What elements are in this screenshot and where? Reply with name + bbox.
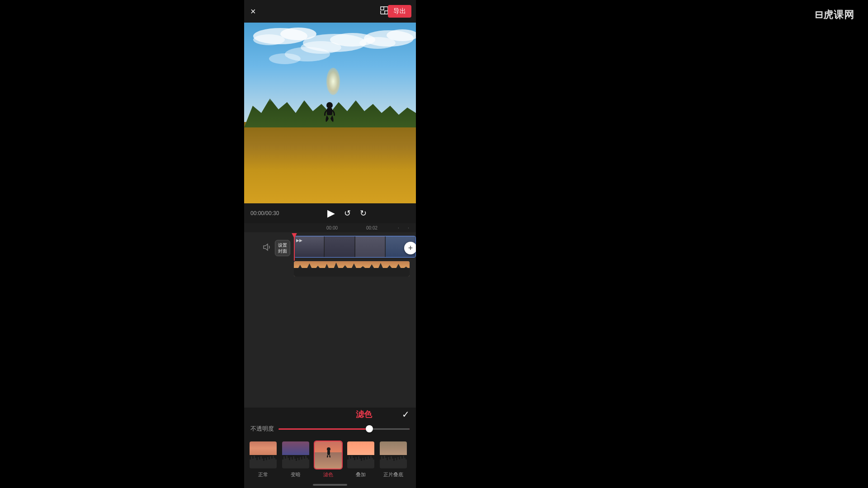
bottom-scroll <box>244 482 416 488</box>
video-track-content: ▶▶ + <box>294 236 416 261</box>
svg-rect-20 <box>294 268 410 277</box>
svg-rect-35 <box>327 450 330 455</box>
svg-rect-18 <box>327 108 332 115</box>
timeline-area: 00:00 00:02 · · 设置 封面 <box>244 223 416 408</box>
cover-button[interactable]: 设置 封面 <box>275 240 290 256</box>
filter-label-row: 滤色 ✓ <box>244 408 416 421</box>
time-display: 00:00/00:30 <box>250 210 279 216</box>
slider-thumb[interactable] <box>366 425 373 432</box>
export-button[interactable]: 导出 <box>388 5 411 18</box>
scroll-bar[interactable] <box>313 484 347 486</box>
play-button[interactable]: ▶ <box>327 208 335 218</box>
svg-point-14 <box>359 37 396 49</box>
app-panel: × 导出 <box>244 0 416 488</box>
filter-label-luse: 滤色 <box>323 471 333 478</box>
svg-rect-0 <box>381 7 384 10</box>
filter-item-add[interactable]: 叠加 <box>346 441 375 478</box>
add-clip-button[interactable]: + <box>404 242 416 254</box>
filter-item-film[interactable]: 正片叠底 <box>379 441 408 478</box>
playhead <box>294 236 295 261</box>
svg-point-34 <box>327 447 330 451</box>
undo-button[interactable]: ↺ <box>344 209 351 217</box>
video-strip[interactable]: ▶▶ <box>294 236 416 258</box>
opacity-label: 不透明度 <box>250 425 274 433</box>
watermark-logo: ⊟虎课网 <box>815 8 854 22</box>
color-strip-svg <box>294 261 410 277</box>
filter-label-film: 正片叠底 <box>383 471 403 478</box>
expand-button[interactable] <box>380 6 389 17</box>
track-controls: 设置 封面 <box>244 240 294 256</box>
video-track-row: 设置 封面 ▶▶ + <box>244 232 416 264</box>
video-preview <box>244 23 416 203</box>
svg-point-16 <box>269 53 301 64</box>
ruler-mark-0: 00:00 <box>326 225 338 230</box>
strip-video-icon: ▶▶ <box>296 238 302 243</box>
volume-button[interactable] <box>262 242 272 254</box>
thumb-person <box>326 447 332 458</box>
filter-confirm-button[interactable]: ✓ <box>402 409 410 420</box>
opacity-row: 不透明度 <box>244 421 416 436</box>
svg-rect-1 <box>385 11 388 14</box>
filter-label-add: 叠加 <box>356 471 366 478</box>
color-track-row <box>244 261 416 277</box>
volume-icon <box>262 242 272 252</box>
svg-point-8 <box>253 34 285 45</box>
person-figure <box>323 102 336 124</box>
filter-label-change: 变暗 <box>291 471 301 478</box>
filter-thumbnails: 正常 变暗 <box>244 436 416 482</box>
color-strip[interactable] <box>294 261 410 277</box>
timeline-ruler: 00:00 00:02 · · <box>244 223 416 232</box>
expand-icon <box>380 6 389 15</box>
svg-point-17 <box>326 102 333 108</box>
filter-section: 滤色 ✓ 不透明度 正常 <box>244 408 416 488</box>
filter-item-change[interactable]: 变暗 <box>281 441 310 478</box>
ruler-mark-dot1: · <box>398 225 399 230</box>
top-bar: × 导出 <box>244 0 416 23</box>
filter-item-normal[interactable]: 正常 <box>249 441 278 478</box>
filter-label-normal: 正常 <box>258 471 268 478</box>
opacity-slider[interactable] <box>278 428 410 430</box>
ruler-mark-dot2: · <box>408 225 409 230</box>
playback-controls: 00:00/00:30 ▶ ↺ ↻ <box>244 203 416 223</box>
filter-item-luse[interactable]: 滤色 <box>314 441 343 478</box>
controls-center: ▶ ↺ ↻ <box>284 208 410 218</box>
close-button[interactable]: × <box>250 7 256 16</box>
redo-button[interactable]: ↻ <box>360 209 367 217</box>
ruler-mark-2: 00:02 <box>366 225 377 230</box>
filter-title: 滤色 <box>326 409 402 420</box>
